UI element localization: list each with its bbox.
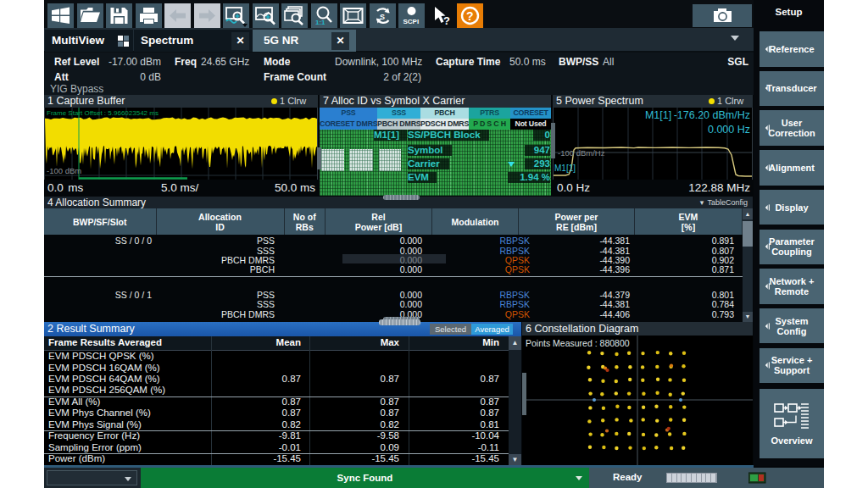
svg-text:M1[1] -176.20 dBm/Hz: M1[1] -176.20 dBm/Hz bbox=[645, 109, 750, 121]
svg-text:M1[1]: M1[1] bbox=[554, 164, 576, 173]
svg-text:?: ? bbox=[443, 14, 450, 27]
svg-text:-100 dBm/Hz: -100 dBm/Hz bbox=[558, 148, 605, 158]
svg-text:1:1: 1:1 bbox=[315, 19, 326, 26]
svg-text:-100 dBm: -100 dBm bbox=[47, 166, 81, 175]
svg-text:0.000 Hz: 0.000 Hz bbox=[708, 124, 750, 136]
svg-text:?: ? bbox=[466, 9, 474, 23]
svg-text:Frame Start Offset : 5.9660235: Frame Start Offset : 5.966023542 ms bbox=[47, 109, 159, 117]
svg-text:S: S bbox=[380, 13, 385, 21]
svg-text:SCPI: SCPI bbox=[403, 18, 420, 25]
